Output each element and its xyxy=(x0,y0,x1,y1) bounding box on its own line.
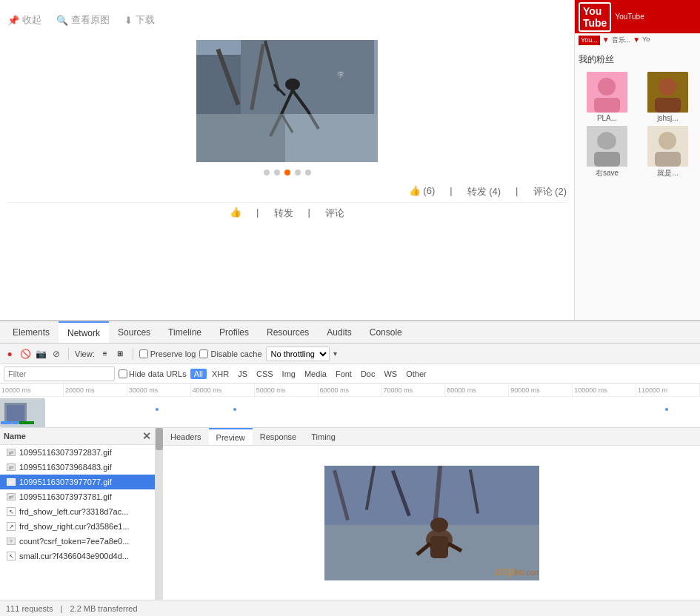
svg-rect-23 xyxy=(594,152,620,167)
preserve-log-input[interactable] xyxy=(139,349,148,358)
file-item-7[interactable]: ? count?csrf_token=7ee7a8e0... xyxy=(0,534,155,549)
file-list-scrollbar[interactable] xyxy=(156,428,163,600)
gif-icon-4: gif xyxy=(7,493,16,500)
svg-rect-26 xyxy=(655,152,681,167)
preserve-log-checkbox[interactable]: Preserve log xyxy=(139,349,196,358)
svg-rect-29 xyxy=(7,405,24,421)
file-item-3[interactable]: gif 10995116307397707​7.gif xyxy=(0,475,155,489)
clear-button[interactable]: 🚫 xyxy=(19,348,31,360)
dot-1[interactable] xyxy=(264,170,270,175)
download-action[interactable]: ⬇ 下载 xyxy=(124,13,155,27)
dot-4[interactable] xyxy=(295,170,301,175)
post-actions-bottom: 👍 | 转发 | 评论 xyxy=(7,202,567,224)
filter-type-all[interactable]: All xyxy=(190,369,207,379)
file-list-header: Name ✕ xyxy=(0,428,155,445)
svg-rect-20 xyxy=(655,98,681,113)
dot-3[interactable] xyxy=(284,170,290,175)
filter-type-js[interactable]: JS xyxy=(234,369,251,379)
svg-text:李: 李 xyxy=(337,70,344,78)
tick-3: 30000 ms xyxy=(127,384,191,396)
view-original-action[interactable]: 🔍 查看原图 xyxy=(56,13,110,27)
record-button[interactable]: ● xyxy=(4,348,16,360)
disable-cache-checkbox[interactable]: Disable cache xyxy=(199,349,261,358)
preview-tab-headers[interactable]: Headers xyxy=(163,428,209,445)
tab-network[interactable]: Network xyxy=(59,321,109,343)
tab-profiles[interactable]: Profiles xyxy=(210,321,258,343)
filter-input[interactable] xyxy=(4,366,115,381)
comment-button[interactable]: 评论 xyxy=(325,207,344,220)
timeline-dot-3 xyxy=(665,408,668,411)
hide-data-urls-checkbox[interactable]: Hide data URLs xyxy=(119,369,187,378)
preview-gif-container: asp ku .com xyxy=(324,466,539,580)
svg-rect-34 xyxy=(324,466,539,525)
svg-text:.com: .com xyxy=(524,569,539,577)
fan-item-1[interactable]: PLA... xyxy=(579,72,636,122)
preview-tabs: Headers Preview Response Timing xyxy=(163,428,700,446)
file-icon-8: ↖ xyxy=(6,551,16,561)
youtube-text: YouTube xyxy=(615,13,644,21)
throttling-select[interactable]: No throttlingRegular 4GRegular 3GSlow 3G… xyxy=(266,346,330,361)
file-item-2[interactable]: gif 10995116307396848​3.gif xyxy=(0,460,155,475)
separator-2: | xyxy=(516,185,518,198)
fan-item-3[interactable]: 右save xyxy=(579,126,636,178)
scroll-thumb[interactable] xyxy=(156,428,163,450)
file-item-6[interactable]: ↗ frd_show_right.cur?d3586e1... xyxy=(0,519,155,534)
filter-type-doc[interactable]: Doc xyxy=(357,369,379,379)
post-stats: 👍 (6) | 转发 (4) | 评论 (2) xyxy=(7,181,567,202)
sidebar-icon-1[interactable]: You... xyxy=(579,36,600,45)
file-icon-3: gif xyxy=(6,477,16,487)
filter-type-ws[interactable]: WS xyxy=(380,369,401,379)
tab-audits[interactable]: Audits xyxy=(318,321,360,343)
dot-2[interactable] xyxy=(274,170,280,175)
tab-console[interactable]: Console xyxy=(361,321,411,343)
fans-title: 我的粉丝 xyxy=(579,51,696,68)
fan-name-4: 就是... xyxy=(657,168,678,178)
preview-tab-preview[interactable]: Preview xyxy=(209,428,253,445)
list-view-icon[interactable]: ≡ xyxy=(99,347,112,361)
fans-grid: PLA... jshsj... xyxy=(579,72,696,178)
filter-type-css[interactable]: CSS xyxy=(253,369,277,379)
requests-count: 111 requests xyxy=(6,604,53,613)
filter-button[interactable]: ⊘ xyxy=(50,348,62,360)
file-item-1[interactable]: gif 10995116307397283​7.gif xyxy=(0,445,155,460)
cursor-icon-1: ↖ xyxy=(7,507,16,516)
tab-timeline[interactable]: Timeline xyxy=(159,321,210,343)
filter-type-media[interactable]: Media xyxy=(301,369,330,379)
tick-9: 90000 ms xyxy=(509,384,573,396)
disable-cache-input[interactable] xyxy=(199,349,208,358)
svg-rect-42 xyxy=(430,536,448,558)
preview-tab-response[interactable]: Response xyxy=(253,428,304,445)
youtube-banner[interactable]: YouTube YouTube xyxy=(575,0,700,33)
tab-elements[interactable]: Elements xyxy=(4,321,59,343)
dot-5[interactable] xyxy=(305,170,311,175)
repost-button[interactable]: 转发 xyxy=(274,207,293,220)
filter-type-font[interactable]: Font xyxy=(332,369,356,379)
preview-tab-timing[interactable]: Timing xyxy=(304,428,343,445)
filter-type-img[interactable]: Img xyxy=(279,369,299,379)
svg-text:asp: asp xyxy=(495,565,516,578)
fan-name-3: 右save xyxy=(596,168,619,178)
fan-item-2[interactable]: jshsj... xyxy=(639,72,696,122)
hide-data-urls-input[interactable] xyxy=(119,369,127,378)
sidebar-icon-3[interactable]: Yo xyxy=(642,36,650,45)
download-icon: ⬇ xyxy=(124,15,133,26)
file-item-4[interactable]: gif 10995116307397378​1.gif xyxy=(0,489,155,504)
tick-10: 100000 ms xyxy=(573,384,636,396)
file-item-5[interactable]: ↖ frd_show_left.cur?3318d7ac... xyxy=(0,504,155,519)
tab-sources[interactable]: Sources xyxy=(109,321,159,343)
like-button[interactable]: 👍 xyxy=(230,207,241,220)
collect-action[interactable]: 📌 收起 xyxy=(7,13,41,27)
fan-avatar-4 xyxy=(647,126,688,167)
fan-item-4[interactable]: 就是... xyxy=(639,126,696,178)
bottom-status: 111 requests | 2.2 MB transferred xyxy=(0,600,700,616)
capture-screenshot-button[interactable]: 📷 xyxy=(35,348,47,360)
tab-resources[interactable]: Resources xyxy=(258,321,318,343)
file-list-close[interactable]: ✕ xyxy=(142,430,151,442)
file-item-8[interactable]: ↖ small.cur?f4366043e900d4d... xyxy=(0,549,155,563)
preview-area: Headers Preview Response Timing xyxy=(163,428,700,600)
filter-type-other[interactable]: Other xyxy=(402,369,430,379)
tree-view-icon[interactable]: ⊞ xyxy=(113,347,127,361)
main-content: 📌 收起 🔍 查看原图 ⬇ 下载 xyxy=(0,0,574,320)
filter-type-xhr[interactable]: XHR xyxy=(208,369,233,379)
sidebar-icon-2[interactable]: 音乐... xyxy=(612,36,631,45)
